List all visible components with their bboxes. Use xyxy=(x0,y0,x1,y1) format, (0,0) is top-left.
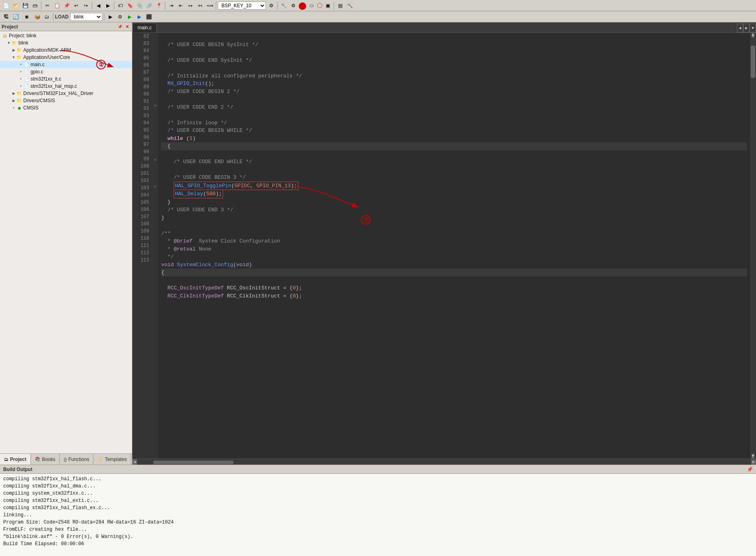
pause-btn[interactable]: ⬭ xyxy=(307,1,316,10)
fold-95[interactable]: ⊟ xyxy=(152,103,158,109)
build-line-6: linking... xyxy=(3,512,753,519)
code-content[interactable]: /* USER CODE BEGIN SysInit */ /* USER CO… xyxy=(158,33,750,459)
editor-hscrollbar[interactable]: ◀ ▶ xyxy=(132,459,756,465)
tools-btn[interactable]: 🔨 xyxy=(345,1,354,10)
debug-btn[interactable]: ⬡ xyxy=(317,2,322,10)
blue-arrow-btn[interactable]: ▶ xyxy=(135,12,144,21)
bookmark5-btn[interactable]: 📍 xyxy=(154,1,163,10)
tree-app-user-core[interactable]: ▼ 📁 Application/User/Core xyxy=(0,54,132,61)
tree-drivers-cmsis[interactable]: ▶ 📁 Drivers/CMSIS xyxy=(0,97,132,104)
new-file-btn[interactable]: 📄 xyxy=(2,1,10,10)
rebuild-btn[interactable]: 🔄 xyxy=(11,12,20,21)
indent-btn[interactable]: ⇥ xyxy=(167,1,176,10)
line-98: /* USER CODE BEGIN 3 */ xyxy=(161,174,246,180)
manage-btn[interactable]: 📦 xyxy=(33,12,42,21)
line-89 xyxy=(161,96,164,102)
editor-tab-main-c[interactable]: main.c xyxy=(132,23,157,32)
nav-fwd-btn[interactable]: ▶ xyxy=(103,1,112,10)
fold-8 xyxy=(152,71,158,77)
stop-btn[interactable]: ⬤ xyxy=(298,1,306,10)
tree-project-root[interactable]: 🗂 Project: blink xyxy=(0,32,132,39)
panel-close-btn[interactable]: ✕ xyxy=(124,24,130,30)
config-btn[interactable]: ⚙ xyxy=(116,12,124,21)
undo-btn[interactable]: ↩ xyxy=(72,1,81,10)
editor-scroll-right[interactable]: ▶ xyxy=(743,24,750,32)
bookmark2-btn[interactable]: 🔖 xyxy=(126,1,134,10)
bookmark3-btn[interactable]: 📎 xyxy=(135,1,144,10)
sep6 xyxy=(277,2,278,10)
more-btn[interactable]: ▣ xyxy=(323,1,332,10)
bookmark-btn[interactable]: 🏷 xyxy=(116,1,125,10)
open-btn[interactable]: 📂 xyxy=(11,1,20,10)
scrollbar-thumb[interactable] xyxy=(751,46,755,78)
target-dropdown[interactable]: BSP_KEY_10 xyxy=(218,2,266,10)
line-106: * @brief System Clock Configuration xyxy=(161,238,280,244)
build-output-pin[interactable]: 📌 xyxy=(747,467,753,472)
line-109: void SystemClock_Config(void) xyxy=(161,262,252,268)
cut-btn[interactable]: ✂ xyxy=(43,1,52,10)
manage2-btn[interactable]: 🗂 xyxy=(43,12,51,21)
target-options-btn[interactable]: ⚙ xyxy=(267,1,276,10)
bookmark4-btn[interactable]: 🔗 xyxy=(145,1,154,10)
tree-gpio-c[interactable]: + 📄 gpio.c xyxy=(0,68,132,75)
line-82: /* USER CODE BEGIN SysInit */ xyxy=(161,42,258,48)
panel-pin-btn[interactable]: 📌 xyxy=(117,24,123,30)
hscroll-right[interactable]: ▶ xyxy=(751,459,756,465)
fold-110[interactable]: ⊟ xyxy=(152,184,158,190)
editor-scroll-left[interactable]: ◀ xyxy=(737,24,743,32)
tab-templates[interactable]: ⚡ Templates xyxy=(93,454,131,465)
run-btn[interactable]: ▶ xyxy=(106,12,115,21)
hscroll-left[interactable]: ◀ xyxy=(132,459,137,465)
save-btn[interactable]: 💾 xyxy=(21,1,30,10)
unindent-btn[interactable]: ⇤ xyxy=(176,1,185,10)
tree-blink-folder[interactable]: ▼ 📁 blink xyxy=(0,39,132,47)
line-102: /* USER CODE END 3 */ xyxy=(161,207,233,213)
blink-dropdown[interactable]: blink xyxy=(70,13,102,21)
sep9 xyxy=(104,13,104,21)
project-root-label: Project: blink xyxy=(9,33,36,38)
tree-main-c[interactable]: + 📄 main.c xyxy=(0,61,132,68)
paste-btn[interactable]: 📌 xyxy=(62,1,71,10)
line-101: } xyxy=(161,199,170,205)
line-95: { xyxy=(161,142,747,150)
tree-app-mdk[interactable]: ▶ 📁 Application/MDK-ARM xyxy=(0,47,132,54)
green-arrow-btn[interactable]: ▶ xyxy=(125,12,134,21)
stm32-it-arrow: + xyxy=(18,77,23,81)
indent2-btn[interactable]: ↦ xyxy=(186,1,195,10)
copy-btn[interactable]: 📋 xyxy=(53,1,61,10)
hscroll-thumb[interactable] xyxy=(153,461,233,464)
tree-drivers-stm32[interactable]: ▶ 📁 Drivers/STM32F1xx_HAL_Driver xyxy=(0,90,132,97)
line-100: HAL_Delay(500); xyxy=(161,191,223,197)
tree-cmsis[interactable]: + ◆ CMSIS xyxy=(0,104,132,111)
tab-functions[interactable]: {} Functions xyxy=(60,454,93,465)
indent4-btn[interactable]: ⟹ xyxy=(205,1,214,10)
fold-25 xyxy=(152,163,158,168)
fold-105[interactable]: ⊟ xyxy=(152,158,158,163)
scrollbar-track xyxy=(750,38,756,454)
mdk-folder-icon: 📁 xyxy=(16,47,22,53)
save-all-btn[interactable]: 🗃 xyxy=(30,1,39,10)
scrollbar-down[interactable]: ▼ xyxy=(752,454,754,459)
tree-stm32-hal-msp[interactable]: + 📄 stm32f1xx_hal_msp.c xyxy=(0,83,132,90)
build-btn[interactable]: 🏗 xyxy=(2,12,10,21)
active-target-btn[interactable]: ▣ xyxy=(21,12,32,21)
tab-project[interactable]: 🗂 Project xyxy=(0,454,31,465)
line-110: { xyxy=(161,269,747,277)
drivers-cmsis-label: Drivers/CMSIS xyxy=(23,98,55,103)
nav-back-btn[interactable]: ◀ xyxy=(94,1,103,10)
layout-btn[interactable]: ▤ xyxy=(336,1,345,10)
editor-scroll-down[interactable]: ▼ xyxy=(750,24,756,32)
indent3-btn[interactable]: ↤ xyxy=(196,1,205,10)
scrollbar-up[interactable]: ▲ xyxy=(752,33,754,38)
purple-btn[interactable]: ⬛ xyxy=(144,12,153,21)
tree-stm32-it[interactable]: + 📄 stm32f1xx_it.c xyxy=(0,75,132,83)
project-tab-label: Project xyxy=(10,457,26,462)
fold-12 xyxy=(152,93,158,98)
settings-btn[interactable]: 🔧 xyxy=(279,1,288,10)
redo-btn[interactable]: ↪ xyxy=(81,1,90,10)
settings2-btn[interactable]: ⚙ xyxy=(289,1,298,10)
stm32-hal-arrow: + xyxy=(18,84,23,88)
tab-books[interactable]: 📚 Books xyxy=(31,454,60,465)
editor-scrollbar[interactable]: ▲ ▼ xyxy=(750,33,756,459)
blink-folder-icon: 📁 xyxy=(11,40,18,46)
